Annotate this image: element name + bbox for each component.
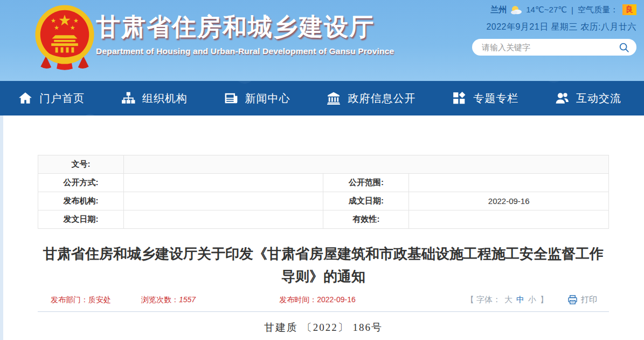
weather-temp: 14℃~27℃ <box>526 5 567 15</box>
view-count: 浏览次数：1557 <box>141 295 196 305</box>
font-size-small[interactable]: 小 <box>528 295 536 305</box>
issue-date-label: 发文日期: <box>38 210 124 229</box>
font-bracket-close: 】 <box>540 295 548 305</box>
print-label: 打印 <box>581 295 597 305</box>
nav-item-label: 政府信息公开 <box>348 91 416 106</box>
gov-info-icon <box>327 91 341 105</box>
interact-icon <box>555 91 569 105</box>
nav-item-label: 门户首页 <box>39 91 85 106</box>
sun-cloud-icon <box>510 5 523 15</box>
nav-item-news[interactable]: 新闻中心 <box>224 91 290 106</box>
svg-text:★: ★ <box>73 17 79 24</box>
search-icon <box>618 42 630 53</box>
table-row: 发布机构: 成文日期: 2022-09-16 <box>38 192 609 210</box>
org-icon <box>121 91 135 105</box>
weather-bar: 兰州 14℃~27℃ | 空气质量： 良 <box>486 3 636 16</box>
open-scope-label: 公开范围: <box>323 174 409 192</box>
font-bracket-open: 【 字体： <box>466 295 501 305</box>
article-meta-bar: 发布部门：质安处 浏览次数：1557 发布时间：2022-09-16 【 字体：… <box>38 295 609 305</box>
site-title: 甘肃省住房和城乡建设厅 <box>96 11 394 43</box>
nav-item-label: 新闻中心 <box>245 91 290 106</box>
nav-item-gov-info[interactable]: 政府信息公开 <box>327 91 416 106</box>
open-scope-value <box>409 174 609 192</box>
table-row: 公开方式: 公开范围: <box>38 174 609 192</box>
printer-icon <box>567 295 578 305</box>
weather-city: 兰州 <box>490 5 507 15</box>
date-line: 2022年9月21日 星期三 农历:八月廿六 <box>486 22 636 33</box>
svg-text:★: ★ <box>51 17 56 24</box>
publish-dept: 发布部门：质安处 <box>51 295 111 305</box>
nav-item-organization[interactable]: 组织机构 <box>121 91 188 106</box>
weather-separator: | <box>571 5 573 15</box>
validity-value <box>409 210 609 229</box>
article-page: 文号: 公开方式: 公开范围: 发布机构: 成文日期: 2022-09-16 发… <box>3 115 644 340</box>
search-button[interactable] <box>618 42 630 53</box>
air-quality-label: 空气质量： <box>578 5 618 15</box>
font-size-large[interactable]: 大 <box>504 295 513 305</box>
view-count-value: 1557 <box>179 295 196 304</box>
doc-number-value <box>123 155 608 174</box>
national-emblem-logo: ★ ★ ★ ★ ★ <box>31 3 98 71</box>
validity-label: 有效性: <box>323 210 409 229</box>
nav-item-label: 组织机构 <box>142 91 188 106</box>
site-banner: ★ ★ ★ ★ ★ 甘肃省住房和城乡建设厅 Department of Hous… <box>0 0 644 81</box>
font-size-medium[interactable]: 中 <box>516 295 524 305</box>
article-title: 甘肃省住房和城乡建设厅关于印发《甘肃省房屋建筑和市政基础设施工程施工安全监督工作… <box>38 242 609 288</box>
topics-icon <box>452 91 466 105</box>
nav-item-label: 专题专栏 <box>473 91 518 106</box>
issuing-agency-value <box>123 192 323 210</box>
home-icon <box>18 91 32 105</box>
view-count-label: 浏览次数： <box>141 295 179 304</box>
main-navigation: 门户首页 组织机构 新闻中心 <box>0 81 644 115</box>
publish-time-label: 发布时间： <box>279 295 317 304</box>
news-icon <box>224 91 238 105</box>
svg-text:★: ★ <box>54 24 59 31</box>
svg-text:★: ★ <box>58 12 71 29</box>
doc-number-label: 文号: <box>38 155 124 174</box>
nav-item-topics[interactable]: 专题专栏 <box>452 91 518 106</box>
nav-item-home[interactable]: 门户首页 <box>18 91 85 106</box>
print-button[interactable]: 打印 <box>567 295 597 305</box>
written-date-value: 2022-09-16 <box>409 192 609 210</box>
open-method-label: 公开方式: <box>38 174 124 192</box>
nav-item-label: 互动交流 <box>576 91 621 106</box>
site-subtitle: Department of Housing and Urban-Rural De… <box>96 46 394 56</box>
meta-divider <box>38 311 609 312</box>
search-box[interactable] <box>472 39 636 56</box>
font-size-control: 【 字体： 大 中 小 】 <box>466 295 548 305</box>
publish-time-value: 2022-09-16 <box>317 295 356 304</box>
document-meta-table: 文号: 公开方式: 公开范围: 发布机构: 成文日期: 2022-09-16 发… <box>38 155 609 229</box>
publish-time: 发布时间：2022-09-16 <box>279 295 356 305</box>
issue-date-value <box>123 210 323 229</box>
document-reference-number: 甘建质 〔2022〕 186号 <box>38 321 609 335</box>
table-row: 发文日期: 有效性: <box>38 210 609 229</box>
issuing-agency-label: 发布机构: <box>38 192 124 210</box>
publish-dept-label: 发布部门： <box>51 295 88 304</box>
search-input[interactable] <box>482 43 618 52</box>
publish-dept-value: 质安处 <box>88 295 111 304</box>
nav-item-interaction[interactable]: 互动交流 <box>555 91 621 106</box>
air-quality-badge: 良 <box>622 4 636 15</box>
open-method-value <box>123 174 323 192</box>
written-date-label: 成文日期: <box>323 192 409 210</box>
site-brand: 甘肃省住房和城乡建设厅 Department of Housing and Ur… <box>96 11 394 56</box>
svg-text:★: ★ <box>70 24 75 31</box>
table-row: 文号: <box>38 155 609 174</box>
